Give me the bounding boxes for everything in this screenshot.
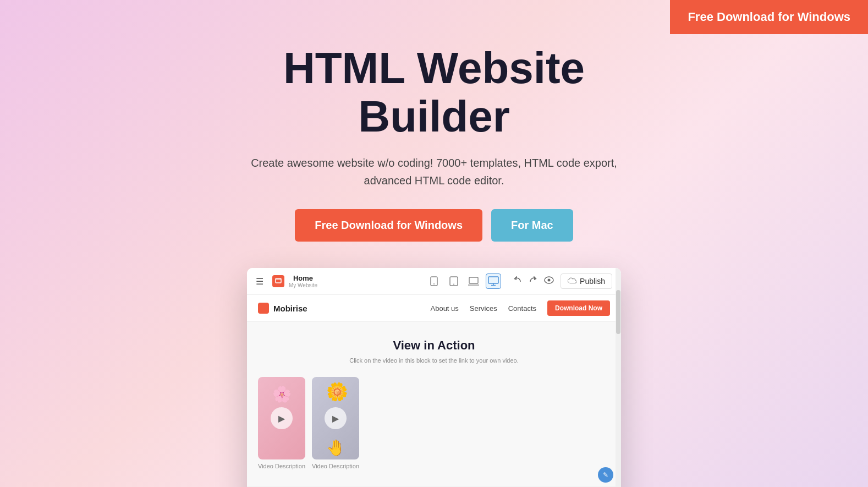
scrollbar-thumb [616, 290, 620, 334]
top-cta-button[interactable]: Free Download for Windows [670, 0, 868, 34]
plant-decoration: 🌸 [272, 385, 292, 403]
hero-subtitle: Create awesome website w/o coding! 7000+… [247, 154, 621, 189]
phone-icon[interactable] [426, 273, 442, 289]
toolbar-home-label: Home [289, 274, 317, 282]
desktop-icon[interactable] [486, 273, 501, 289]
video-desc-1: Video Description [258, 463, 305, 469]
toolbar-home-sub: My Website [289, 282, 317, 288]
menu-icon[interactable]: ☰ [256, 276, 263, 287]
video-card-2: 🌼 🤚 ▶ Video Description [312, 377, 359, 469]
home-page-icon [272, 275, 284, 287]
windows-download-button[interactable]: Free Download for Windows [295, 209, 482, 242]
app-mockup: ☰ Home My Website [247, 268, 621, 487]
app-navbar: Mobirise About us Services Contacts Down… [247, 295, 621, 322]
hero-section: HTML Website Builder Create awesome webs… [0, 0, 868, 487]
mac-download-button[interactable]: For Mac [491, 209, 573, 242]
video-grid: 🌸 ▶ Video Description 🌼 🤚 ▶ Video Descri… [258, 377, 610, 469]
svg-point-12 [548, 279, 551, 282]
toolbar-actions: Publish [513, 273, 612, 289]
video-thumbnail-1[interactable]: 🌸 ▶ [258, 377, 305, 459]
toolbar-home-text: Home My Website [289, 274, 317, 288]
svg-point-3 [433, 283, 435, 284]
app-logo: Mobirise [258, 303, 307, 314]
app-nav-links: About us Services Contacts Download Now [431, 300, 611, 316]
hand-icon: 🤚 [326, 439, 345, 457]
app-toolbar: ☰ Home My Website [247, 268, 621, 295]
app-logo-text: Mobirise [273, 304, 307, 313]
content-title: View in Action [258, 338, 610, 353]
publish-button[interactable]: Publish [561, 273, 612, 289]
tablet-icon[interactable] [446, 273, 462, 289]
app-logo-icon [258, 303, 269, 314]
laptop-icon[interactable] [466, 273, 481, 289]
video-thumbnail-2[interactable]: 🌼 🤚 ▶ [312, 377, 359, 459]
nav-about[interactable]: About us [431, 304, 459, 313]
nav-download-btn[interactable]: Download Now [547, 300, 610, 316]
redo-icon[interactable] [529, 276, 537, 286]
svg-rect-6 [469, 277, 478, 283]
cta-buttons: Free Download for Windows For Mac [295, 209, 573, 242]
preview-icon[interactable] [544, 276, 554, 286]
flower-icon: 🌼 [326, 381, 348, 402]
video-card-1: 🌸 ▶ Video Description [258, 377, 305, 469]
play-button-1[interactable]: ▶ [271, 407, 293, 429]
content-subtitle: Click on the video in this block to set … [258, 357, 610, 364]
hero-title: HTML Website Builder [214, 44, 654, 141]
edit-circle-button[interactable]: ✎ [598, 467, 613, 483]
nav-services[interactable]: Services [470, 304, 497, 313]
app-content: View in Action Click on the video in thi… [247, 322, 621, 486]
svg-rect-0 [276, 278, 281, 283]
play-button-2[interactable]: ▶ [325, 407, 347, 429]
mockup-scrollbar[interactable] [616, 268, 621, 487]
toolbar-home: Home My Website [272, 274, 421, 288]
video-desc-2: Video Description [312, 463, 359, 469]
nav-contacts[interactable]: Contacts [508, 304, 536, 313]
svg-rect-8 [488, 277, 498, 283]
publish-cloud-icon [568, 277, 576, 286]
svg-point-5 [453, 284, 454, 285]
undo-icon[interactable] [513, 276, 522, 286]
publish-label: Publish [580, 277, 605, 286]
device-icons [426, 273, 501, 289]
